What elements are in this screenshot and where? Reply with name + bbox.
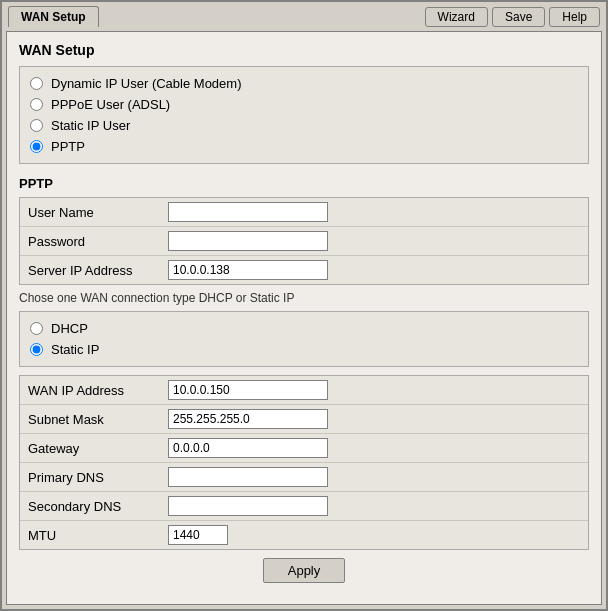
mtu-input[interactable]	[168, 525, 228, 545]
password-row: Password	[20, 227, 588, 256]
save-button[interactable]: Save	[492, 7, 545, 27]
radio-pppoe-label[interactable]: PPPoE User (ADSL)	[51, 97, 170, 112]
wan-ip-input[interactable]	[168, 380, 328, 400]
radio-pptp-input[interactable]	[30, 140, 43, 153]
subnet-mask-label: Subnet Mask	[28, 412, 168, 427]
radio-static-label[interactable]: Static IP	[51, 342, 99, 357]
subnet-mask-row: Subnet Mask	[20, 405, 588, 434]
subnet-mask-input[interactable]	[168, 409, 328, 429]
primary-dns-input[interactable]	[168, 467, 328, 487]
secondary-dns-row: Secondary DNS	[20, 492, 588, 521]
title-bar: WAN Setup Wizard Save Help	[2, 2, 606, 31]
radio-dhcp-label[interactable]: DHCP	[51, 321, 88, 336]
help-button[interactable]: Help	[549, 7, 600, 27]
username-label: User Name	[28, 205, 168, 220]
primary-dns-row: Primary DNS	[20, 463, 588, 492]
mtu-row: MTU	[20, 521, 588, 549]
server-ip-row: Server IP Address	[20, 256, 588, 284]
radio-static[interactable]: Static IP	[30, 339, 578, 360]
radio-pppoe[interactable]: PPPoE User (ADSL)	[30, 94, 578, 115]
radio-dynamic-ip[interactable]: Dynamic IP User (Cable Modem)	[30, 73, 578, 94]
wan-ip-label: WAN IP Address	[28, 383, 168, 398]
radio-static-input[interactable]	[30, 343, 43, 356]
top-buttons: Wizard Save Help	[425, 7, 600, 27]
pptp-form: User Name Password Server IP Address	[19, 197, 589, 285]
apply-row: Apply	[19, 558, 589, 583]
radio-static-ip-user-input[interactable]	[30, 119, 43, 132]
username-input[interactable]	[168, 202, 328, 222]
username-row: User Name	[20, 198, 588, 227]
radio-pptp-label[interactable]: PPTP	[51, 139, 85, 154]
radio-static-ip-user-label[interactable]: Static IP User	[51, 118, 130, 133]
gateway-label: Gateway	[28, 441, 168, 456]
radio-dhcp-input[interactable]	[30, 322, 43, 335]
info-text: Chose one WAN connection type DHCP or St…	[19, 291, 589, 305]
page-title: WAN Setup	[19, 42, 589, 58]
password-label: Password	[28, 234, 168, 249]
gateway-row: Gateway	[20, 434, 588, 463]
static-ip-form: WAN IP Address Subnet Mask Gateway Prima…	[19, 375, 589, 550]
wizard-button[interactable]: Wizard	[425, 7, 488, 27]
radio-dynamic-ip-input[interactable]	[30, 77, 43, 90]
wan-connection-type-box: DHCP Static IP	[19, 311, 589, 367]
connection-type-box: Dynamic IP User (Cable Modem) PPPoE User…	[19, 66, 589, 164]
radio-dynamic-ip-label[interactable]: Dynamic IP User (Cable Modem)	[51, 76, 241, 91]
mtu-label: MTU	[28, 528, 168, 543]
password-input[interactable]	[168, 231, 328, 251]
radio-dhcp[interactable]: DHCP	[30, 318, 578, 339]
gateway-input[interactable]	[168, 438, 328, 458]
wan-setup-tab[interactable]: WAN Setup	[8, 6, 99, 27]
radio-pptp[interactable]: PPTP	[30, 136, 578, 157]
secondary-dns-input[interactable]	[168, 496, 328, 516]
main-content: WAN Setup Dynamic IP User (Cable Modem) …	[6, 31, 602, 605]
pptp-section-title: PPTP	[19, 176, 589, 191]
primary-dns-label: Primary DNS	[28, 470, 168, 485]
secondary-dns-label: Secondary DNS	[28, 499, 168, 514]
server-ip-label: Server IP Address	[28, 263, 168, 278]
wan-ip-row: WAN IP Address	[20, 376, 588, 405]
apply-button[interactable]: Apply	[263, 558, 346, 583]
radio-pppoe-input[interactable]	[30, 98, 43, 111]
server-ip-input[interactable]	[168, 260, 328, 280]
radio-static-ip-user[interactable]: Static IP User	[30, 115, 578, 136]
